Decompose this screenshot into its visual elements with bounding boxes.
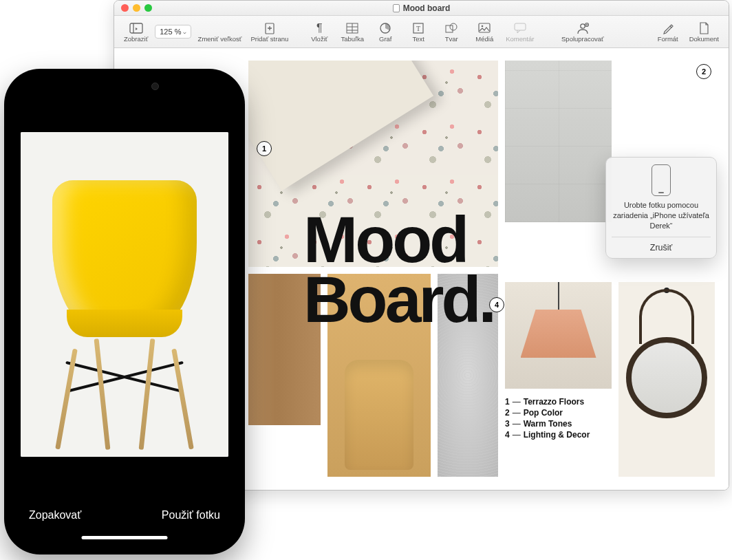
document-label: Dokument bbox=[689, 35, 719, 43]
insert-icon: ¶ bbox=[312, 21, 327, 35]
svg-rect-14 bbox=[479, 23, 490, 32]
document-button[interactable]: Dokument bbox=[685, 20, 723, 44]
document-icon bbox=[393, 4, 400, 12]
legend-item: 1—Terrazzo Floors bbox=[505, 397, 643, 407]
window-title-text: Mood board bbox=[403, 3, 451, 13]
insert-label: Vložiť bbox=[311, 35, 327, 43]
table-label: Tabuľka bbox=[341, 35, 364, 43]
photo-preview[interactable] bbox=[21, 132, 228, 457]
shape-button[interactable]: Tvar bbox=[435, 20, 467, 44]
home-indicator[interactable] bbox=[82, 536, 168, 539]
svg-point-13 bbox=[450, 23, 457, 30]
comment-icon bbox=[513, 21, 528, 35]
use-photo-button[interactable]: Použiť fotku bbox=[162, 509, 220, 521]
view-icon bbox=[129, 21, 144, 35]
titlebar[interactable]: Mood board bbox=[114, 1, 729, 16]
iphone-screen: Zopakovať Použiť fotku bbox=[12, 77, 237, 546]
continuity-popup: Urobte fotku pomocou zariadenia „iPhone … bbox=[605, 157, 717, 259]
svg-text:T: T bbox=[416, 25, 420, 32]
headline[interactable]: Mood Board. bbox=[303, 210, 494, 330]
image-concrete[interactable] bbox=[505, 61, 612, 222]
format-button[interactable]: Formát bbox=[652, 20, 684, 44]
text-button[interactable]: T Text bbox=[402, 20, 434, 44]
svg-rect-12 bbox=[446, 25, 453, 32]
camera-buttons: Zopakovať Použiť fotku bbox=[12, 509, 237, 521]
comment-label: Komentár bbox=[506, 35, 534, 43]
table-icon bbox=[345, 21, 360, 35]
zoom-selector[interactable]: 125 % ⌵ bbox=[155, 25, 191, 39]
collaborate-icon bbox=[575, 21, 590, 35]
marker-2[interactable]: 2 bbox=[696, 64, 711, 79]
text-label: Text bbox=[413, 35, 424, 43]
marker-1[interactable]: 1 bbox=[257, 141, 272, 156]
media-label: Médiá bbox=[475, 35, 493, 43]
window-title: Mood board bbox=[114, 3, 729, 13]
format-label: Formát bbox=[658, 35, 678, 43]
resize-label: Zmeniť veľkosť bbox=[198, 35, 242, 43]
svg-rect-16 bbox=[515, 23, 526, 30]
table-button[interactable]: Tabuľka bbox=[336, 20, 368, 44]
legend-item: 2—Pop Color bbox=[505, 408, 643, 418]
collaborate-button[interactable]: Spolupracovať bbox=[557, 20, 608, 44]
photo-subject-chair bbox=[39, 180, 211, 450]
comment-button: Komentár bbox=[502, 20, 538, 44]
insert-button[interactable]: ¶ Vložiť bbox=[303, 20, 335, 44]
resize-label-group: Zmeniť veľkosť bbox=[194, 20, 245, 44]
marker-4[interactable]: 4 bbox=[489, 297, 504, 312]
toolbar: Zobraziť 125 % ⌵ Zmeniť veľkosť Pridať s… bbox=[114, 16, 729, 48]
svg-point-15 bbox=[482, 25, 484, 28]
svg-point-17 bbox=[581, 23, 585, 28]
cancel-button[interactable]: Zrušiť bbox=[612, 237, 711, 258]
shape-label: Tvar bbox=[445, 35, 458, 43]
chart-label: Graf bbox=[379, 35, 391, 43]
view-label: Zobraziť bbox=[124, 35, 148, 43]
view-button[interactable]: Zobraziť bbox=[120, 20, 152, 44]
document-icon bbox=[696, 21, 711, 35]
media-icon bbox=[477, 21, 492, 35]
image-mirror[interactable] bbox=[618, 282, 715, 477]
format-icon bbox=[660, 21, 676, 35]
text-icon: T bbox=[411, 21, 426, 35]
popup-message: Urobte fotku pomocou zariadenia „iPhone … bbox=[612, 200, 711, 237]
add-page-button[interactable]: Pridať stranu bbox=[246, 20, 292, 44]
collaborate-label: Spolupracovať bbox=[561, 35, 604, 43]
chart-button[interactable]: Graf bbox=[369, 20, 401, 44]
chart-icon bbox=[378, 21, 393, 35]
retake-button[interactable]: Zopakovať bbox=[29, 509, 81, 521]
headline-line2: Board. bbox=[303, 263, 494, 336]
chevron-down-icon: ⌵ bbox=[183, 29, 186, 35]
add-page-label: Pridať stranu bbox=[250, 35, 288, 43]
phone-icon bbox=[652, 164, 671, 196]
legend-item: 3—Warm Tones bbox=[505, 419, 643, 429]
iphone-notch bbox=[69, 77, 180, 95]
zoom-value: 125 % bbox=[160, 28, 181, 36]
legend[interactable]: 1—Terrazzo Floors 2—Pop Color 3—Warm Ton… bbox=[505, 396, 643, 441]
shape-icon bbox=[444, 21, 459, 35]
media-button[interactable]: Médiá bbox=[469, 20, 500, 44]
iphone-device: Zopakovať Použiť fotku bbox=[4, 69, 245, 554]
add-page-icon bbox=[262, 21, 277, 35]
image-lamp[interactable] bbox=[505, 282, 612, 389]
legend-item: 4—Lighting & Decor bbox=[505, 430, 643, 440]
